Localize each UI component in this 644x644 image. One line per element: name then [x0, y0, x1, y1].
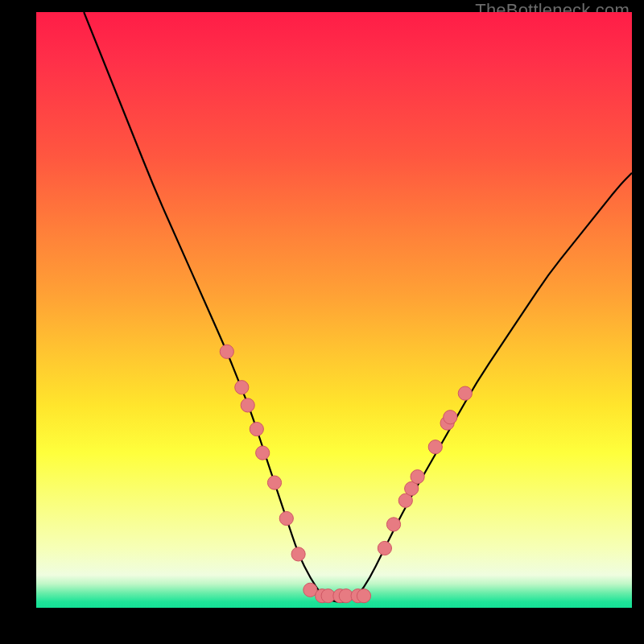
chart-frame: TheBottleneck.com	[0, 0, 644, 644]
data-marker	[250, 422, 263, 436]
plot-area	[36, 12, 632, 608]
data-marker	[241, 398, 254, 412]
data-marker	[357, 589, 370, 603]
data-marker	[428, 440, 442, 454]
data-marker	[444, 411, 457, 424]
data-marker	[386, 518, 400, 531]
data-marker	[411, 470, 424, 484]
curve-svg	[36, 12, 632, 608]
data-marker	[378, 541, 391, 555]
data-marker	[256, 446, 270, 460]
data-marker	[291, 547, 305, 561]
data-marker	[279, 511, 293, 525]
marker-group	[220, 345, 472, 603]
bottleneck-curve-path	[84, 12, 632, 602]
data-marker	[458, 386, 472, 400]
data-marker	[220, 345, 233, 358]
data-marker	[267, 476, 281, 489]
data-marker	[235, 381, 249, 394]
curve-line	[84, 12, 632, 602]
